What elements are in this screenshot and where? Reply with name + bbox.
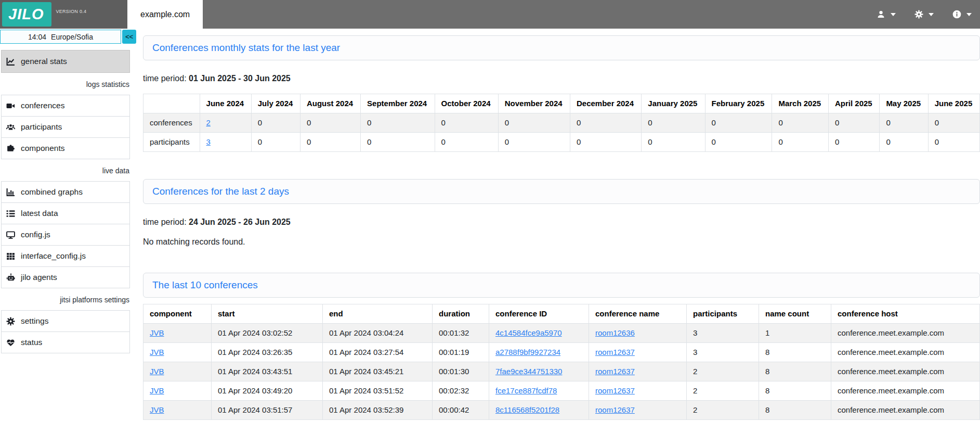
- sidebar-group: conferencesparticipantscomponents: [1, 95, 130, 159]
- last-10-conferences-table: componentstartenddurationconference IDco…: [143, 304, 980, 420]
- monthly-table-row: participants3000000000000: [143, 133, 980, 152]
- sidebar-item-interface-config-js[interactable]: interface_config.js: [1, 245, 130, 267]
- last10-column-header-end: end: [323, 304, 433, 324]
- conference-name-link[interactable]: room12637: [595, 367, 635, 376]
- conference-cell: JVB: [143, 362, 212, 381]
- conference-row: JVB01 Apr 2024 03:02:5201 Apr 2024 03:04…: [143, 324, 980, 343]
- gear-icon: [914, 10, 923, 19]
- metric-value-cell: 0: [772, 113, 829, 133]
- sidebar-item-label: config.js: [21, 230, 50, 239]
- top-bar: JILO VERSION 0.4 example.com: [0, 0, 980, 29]
- conference-name-link[interactable]: room12637: [595, 348, 635, 356]
- sidebar-item-participants[interactable]: participants: [1, 116, 130, 138]
- last-2-days-title-link[interactable]: Conferences for the last 2 days: [152, 186, 289, 197]
- gear-menu[interactable]: [914, 10, 934, 19]
- list-icon: [6, 209, 15, 218]
- sidebar-item-conferences[interactable]: conferences: [1, 95, 130, 117]
- sidebar-item-latest-data[interactable]: latest data: [1, 202, 130, 224]
- last10-column-header-conference-ID: conference ID: [489, 304, 589, 324]
- conference-cell: 7fae9ce344751330: [489, 362, 589, 381]
- conference-name-link[interactable]: room12636: [595, 328, 635, 337]
- sidebar-item-label: latest data: [21, 209, 58, 218]
- sidebar-section-label: jitsi platforms settings: [0, 296, 136, 304]
- last-10-card-header: The last 10 conferences: [143, 273, 980, 298]
- month-column-header: August 2024: [300, 94, 360, 113]
- conference-row: JVB01 Apr 2024 03:43:5101 Apr 2024 03:45…: [143, 362, 980, 381]
- conference-cell: room12637: [589, 343, 687, 362]
- component-link[interactable]: JVB: [150, 348, 164, 356]
- metric-value-cell: 0: [498, 133, 570, 152]
- conference-cell: 3: [687, 324, 759, 343]
- metric-value-cell: 0: [642, 113, 705, 133]
- tab-example-com[interactable]: example.com: [127, 0, 203, 29]
- clock-timezone: Europe/Sofia: [51, 33, 93, 41]
- conference-cell: 00:01:32: [433, 324, 489, 343]
- time-period-label: time period:: [143, 74, 187, 83]
- last10-column-header-participants: participants: [687, 304, 759, 324]
- metric-value-cell: 0: [435, 133, 498, 152]
- conference-name-link[interactable]: room12637: [595, 405, 635, 414]
- grid-icon: [6, 252, 15, 261]
- sidebar-collapse-button[interactable]: <<: [122, 30, 136, 44]
- sidebar-item-label: combined graphs: [21, 187, 83, 197]
- info-icon: [952, 10, 961, 19]
- sidebar-group: general stats: [1, 50, 130, 73]
- component-link[interactable]: JVB: [150, 328, 164, 337]
- monthly-stats-title-link[interactable]: Conferences monthly stats for the last y…: [152, 42, 340, 54]
- conference-cell: a2788f9bf9927234: [489, 343, 589, 362]
- monthly-corner-cell: [143, 94, 200, 113]
- conference-cell: room12636: [589, 324, 687, 343]
- metric-value-cell: 0: [828, 113, 879, 133]
- component-link[interactable]: JVB: [150, 405, 164, 414]
- last10-column-header-component: component: [143, 304, 212, 324]
- conference-cell: 00:01:30: [433, 362, 489, 381]
- tab-label: example.com: [140, 10, 190, 19]
- sidebar-item-jilo-agents[interactable]: jilo agents: [1, 266, 130, 288]
- sidebar-item-label: jilo agents: [21, 273, 57, 282]
- last10-column-header-start: start: [212, 304, 323, 324]
- user-icon: [877, 10, 885, 19]
- month-column-header: November 2024: [498, 94, 570, 113]
- info-menu[interactable]: [952, 10, 972, 19]
- sidebar-item-label: general stats: [21, 57, 67, 66]
- metric-value-cell: 0: [300, 113, 360, 133]
- component-link[interactable]: JVB: [150, 386, 164, 395]
- top-bar-menus: [877, 0, 980, 29]
- month-column-header: January 2025: [642, 94, 705, 113]
- top-bar-brand-area: JILO VERSION 0.4: [0, 0, 127, 29]
- conference-id-link[interactable]: 7fae9ce344751330: [495, 367, 562, 376]
- conference-cell: 01 Apr 2024 03:52:39: [323, 401, 433, 420]
- metric-value-cell: 0: [928, 133, 979, 152]
- participants-count-link[interactable]: 3: [206, 137, 211, 146]
- conference-cell: conference.meet.example.com: [831, 381, 980, 401]
- metric-value-cell: 0: [828, 133, 879, 152]
- sidebar-item-components[interactable]: components: [1, 137, 130, 159]
- sidebar-item-status[interactable]: status: [1, 331, 130, 353]
- conference-cell: room12637: [589, 381, 687, 401]
- conference-cell: conference.meet.example.com: [831, 362, 980, 381]
- user-menu[interactable]: [877, 10, 896, 19]
- conference-cell: 01 Apr 2024 03:27:54: [323, 343, 433, 362]
- sidebar-item-general-stats[interactable]: general stats: [1, 50, 130, 73]
- last10-column-header-name-count: name count: [759, 304, 831, 324]
- logo-text: JILO: [8, 6, 44, 23]
- sidebar-group: settingsstatus: [1, 310, 130, 353]
- jilo-logo[interactable]: JILO: [2, 2, 51, 27]
- conference-name-link[interactable]: room12637: [595, 386, 635, 395]
- sidebar-item-combined-graphs[interactable]: combined graphs: [1, 181, 130, 203]
- conference-cell: 01 Apr 2024 03:51:52: [323, 381, 433, 401]
- gear-icon: [6, 317, 15, 326]
- conference-cell: 8: [759, 343, 831, 362]
- sidebar-item-config-js[interactable]: config.js: [1, 224, 130, 246]
- conference-cell: 1: [759, 324, 831, 343]
- component-link[interactable]: JVB: [150, 367, 164, 376]
- metric-value-cell: 0: [928, 113, 979, 133]
- conferences-count-link[interactable]: 2: [206, 118, 211, 127]
- last-10-title-link[interactable]: The last 10 conferences: [152, 279, 258, 291]
- metric-label-cell: conferences: [143, 113, 200, 133]
- conference-id-link[interactable]: a2788f9bf9927234: [495, 348, 560, 356]
- conference-id-link[interactable]: fce17ce887fcdf78: [495, 386, 557, 395]
- conference-id-link[interactable]: 8c116568f5201f28: [495, 405, 559, 414]
- conference-id-link[interactable]: 4c14584fce9a5970: [495, 328, 562, 337]
- sidebar-item-settings[interactable]: settings: [1, 310, 130, 332]
